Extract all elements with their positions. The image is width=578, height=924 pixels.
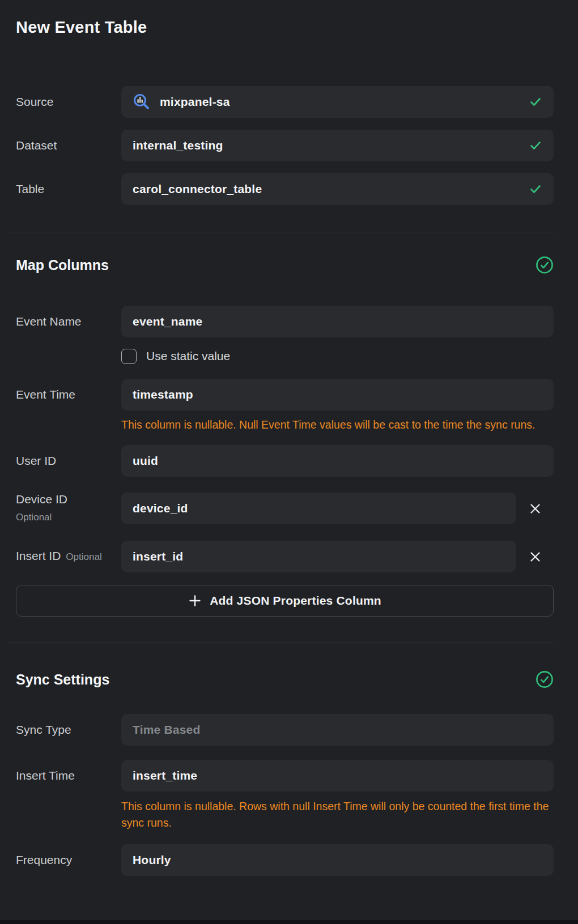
x-icon [529,551,541,563]
insert-id-optional-label: Optional [66,550,101,564]
table-field[interactable]: carol_connector_table [121,173,554,205]
source-row: Source mixpanel-sa [16,86,554,118]
remove-insert-id-button[interactable] [526,547,545,566]
plus-icon [188,594,202,608]
sync-type-row: Sync Type Time Based [16,714,554,746]
insert-id-row: Insert ID Optional insert_id [16,541,554,572]
user-id-row: User ID uuid [16,445,554,477]
table-value: carol_connector_table [133,182,262,196]
table-label: Table [16,182,121,196]
new-event-table-panel: New Event Table Source mixpanel [0,0,578,924]
frequency-value: Hourly [133,853,171,867]
section-divider [8,643,554,643]
device-id-optional-label: Optional [16,510,121,525]
sync-type-field: Time Based [121,714,554,746]
use-static-value-checkbox[interactable] [121,349,137,364]
insert-time-value: insert_time [133,769,197,782]
dataset-row: Dataset internal_testing [16,130,554,161]
remove-device-id-button[interactable] [526,499,545,518]
page-title: New Event Table [16,0,554,37]
map-columns-heading: Map Columns [16,256,109,274]
insert-id-remove-wrap [516,547,554,566]
device-id-label: Device ID Optional [16,492,121,525]
sync-settings-heading: Sync Settings [16,670,109,688]
frequency-field[interactable]: Hourly [121,844,554,876]
source-value: mixpanel-sa [160,95,230,109]
insert-id-label-text: Insert ID [16,549,61,563]
add-json-properties-button[interactable]: Add JSON Properties Column [16,585,554,617]
device-id-value: device_id [133,502,188,515]
event-time-value: timestamp [133,388,193,401]
event-time-row: Event Time timestamp [16,379,554,410]
map-columns-header: Map Columns [16,256,554,274]
insert-time-label: Insert Time [16,768,121,783]
dataset-field[interactable]: internal_testing [121,130,554,161]
event-time-field[interactable]: timestamp [121,379,554,410]
use-static-value-row: Use static value [121,348,554,364]
event-name-value: event_name [133,315,202,328]
magnifier-bar-chart-icon [133,93,151,111]
bottom-edge-bar [0,920,578,924]
table-row: Table carol_connector_table [16,173,554,205]
circle-check-icon [536,670,554,688]
event-name-label: Event Name [16,314,121,329]
dataset-value: internal_testing [133,139,223,152]
check-icon [529,95,542,109]
device-id-row: Device ID Optional device_id [16,492,554,525]
user-id-value: uuid [133,454,158,468]
event-name-field[interactable]: event_name [121,306,554,337]
user-id-label: User ID [16,454,121,468]
insert-id-value: insert_id [133,550,183,563]
sync-type-label: Sync Type [16,722,121,737]
dataset-label: Dataset [16,138,121,153]
check-icon [529,139,542,152]
insert-time-field[interactable]: insert_time [121,760,554,792]
x-icon [529,503,541,515]
check-icon [529,182,542,196]
device-id-field[interactable]: device_id [121,493,516,524]
source-section: Source mixpanel-sa [16,86,554,205]
frequency-label: Frequency [16,853,121,867]
event-time-label: Event Time [16,387,121,402]
device-id-label-text: Device ID [16,492,121,507]
frequency-row: Frequency Hourly [16,844,554,876]
event-name-row: Event Name event_name [16,306,554,337]
sync-type-value: Time Based [133,723,201,737]
insert-time-warning: This column is nullable. Rows with null … [121,798,554,831]
add-json-properties-label: Add JSON Properties Column [210,594,381,608]
event-time-warning: This column is nullable. Null Event Time… [121,417,554,433]
use-static-value-label: Use static value [146,349,230,363]
circle-check-icon [536,256,554,274]
insert-id-field[interactable]: insert_id [121,541,516,572]
source-field[interactable]: mixpanel-sa [121,86,554,118]
section-divider [8,233,554,233]
sync-settings-header: Sync Settings [16,670,554,688]
insert-time-row: Insert Time insert_time [16,760,554,792]
user-id-field[interactable]: uuid [121,445,554,477]
device-id-remove-wrap [516,499,554,518]
source-label: Source [16,95,121,109]
insert-id-label: Insert ID Optional [16,549,121,564]
